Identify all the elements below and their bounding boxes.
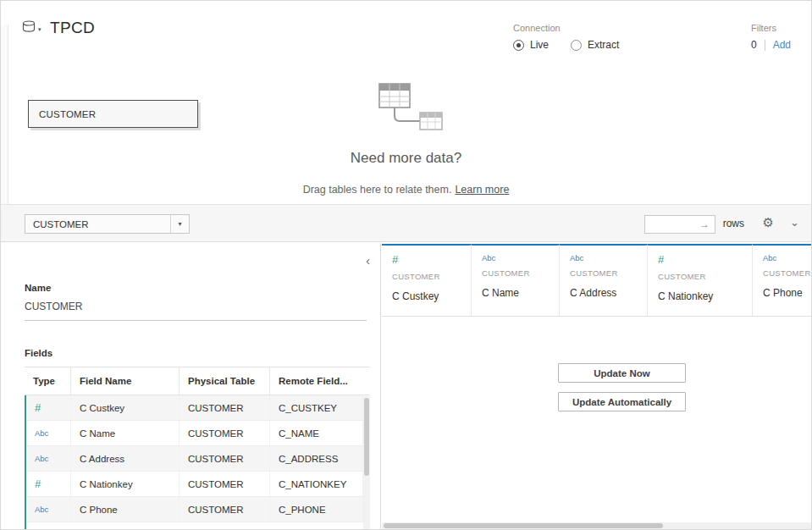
preview-column-header[interactable]: # CUSTOMER C Nationkey [648, 244, 753, 317]
column-header-field-name[interactable]: Field Name [71, 367, 180, 395]
caret-down-icon: ▾ [170, 215, 189, 233]
preview-field-label: C Phone [763, 287, 812, 299]
preview-field-label: C Name [482, 287, 559, 299]
learn-more-link[interactable]: Learn more [455, 184, 509, 196]
preview-field-label: C Custkey [392, 290, 471, 302]
fields-table-header: Type Field Name Physical Table Remote Fi… [25, 367, 370, 395]
tableau-datasource-window: ▾ TPCD Connection Live Extract Filters 0… [0, 0, 812, 530]
string-type-icon: Abc [763, 253, 812, 262]
field-row[interactable] [26, 522, 363, 530]
preview-header-row: # CUSTOMER C Custkey Abc CUSTOMER C Name… [382, 244, 812, 317]
remote-field-cell: C_CUSTKEY [270, 395, 363, 420]
preview-table-label: CUSTOMER [570, 268, 647, 278]
string-type-icon: Abc [482, 253, 559, 262]
string-type-icon: Abc [570, 253, 647, 262]
connection-section: Connection Live Extract [513, 23, 619, 51]
field-name-cell: C Address [71, 446, 180, 471]
number-type-icon: # [392, 253, 471, 266]
empty-state-subtitle: Drag tables here to relate them.Learn mo… [1, 184, 811, 196]
radio-live-label: Live [530, 39, 549, 51]
fields-label: Fields [25, 348, 52, 358]
collapsed-pane-edge [1, 25, 8, 205]
relate-tables-illustration [371, 79, 456, 141]
metadata-pane: ‹ Name CUSTOMER Fields Type Field Name P… [1, 243, 381, 530]
field-row[interactable]: Abc C Address CUSTOMER C_ADDRESS [26, 446, 363, 472]
fields-table: Type Field Name Physical Table Remote Fi… [25, 367, 370, 530]
physical-table-cell: CUSTOMER [180, 472, 270, 496]
field-row[interactable]: Abc C Name CUSTOMER C_NAME [26, 421, 363, 446]
physical-table-cell: CUSTOMER [180, 421, 270, 445]
remote-field-cell: C_PHONE [270, 497, 363, 522]
preview-column-header[interactable]: Abc CUSTOMER C Name [472, 244, 560, 317]
data-preview-pane: # CUSTOMER C Custkey Abc CUSTOMER C Name… [382, 243, 812, 524]
fields-table-body: # C Custkey CUSTOMER C_CUSTKEY Abc C Nam… [25, 395, 363, 530]
preview-column-header[interactable]: Abc CUSTOMER C Address [560, 244, 648, 317]
grid-toolbar: CUSTOMER ▾ → rows ⚙ ⌄ [1, 204, 811, 242]
database-icon[interactable]: ▾ [22, 19, 47, 35]
number-type-icon: # [658, 253, 752, 266]
preview-table-label: CUSTOMER [763, 268, 812, 278]
update-now-button[interactable]: Update Now [558, 363, 686, 383]
preview-column-header[interactable]: Abc CUSTOMER C Phone [753, 244, 812, 317]
field-name-cell: C Phone [71, 497, 180, 522]
rows-label: rows [723, 218, 744, 229]
preview-horizontal-scrollbar[interactable] [382, 522, 812, 529]
table-name-field[interactable]: CUSTOMER [25, 301, 367, 321]
field-name-cell: C Name [71, 421, 180, 445]
connection-label: Connection [513, 23, 619, 33]
datasource-title[interactable]: TPCD [50, 19, 95, 37]
caret-down-icon: ▾ [38, 26, 41, 33]
empty-state-text: Drag tables here to relate them. [303, 184, 452, 196]
empty-state-title: Need more data? [1, 150, 811, 167]
scrollbar-thumb[interactable] [384, 523, 663, 528]
row-limit-input[interactable] [645, 217, 699, 232]
go-arrow-icon: → [699, 218, 715, 230]
remote-field-cell: C_ADDRESS [270, 446, 363, 471]
preview-table-label: CUSTOMER [392, 272, 471, 281]
field-row[interactable]: # C Custkey CUSTOMER C_CUSTKEY [26, 395, 363, 421]
gear-icon[interactable]: ⚙ [763, 215, 774, 230]
filters-count: 0 [751, 39, 757, 51]
chevron-down-icon[interactable]: ⌄ [790, 216, 799, 229]
add-filter-link[interactable]: Add [773, 39, 791, 51]
table-node-customer[interactable]: CUSTOMER [28, 100, 198, 128]
radio-live[interactable]: Live [513, 39, 549, 51]
remote-field-cell: C_NATIONKEY [270, 472, 363, 496]
string-type-icon: Abc [35, 428, 48, 438]
physical-table-cell: CUSTOMER [180, 395, 270, 420]
preview-field-label: C Address [570, 287, 647, 299]
column-header-type[interactable]: Type [25, 367, 71, 395]
chevron-left-collapse-icon[interactable]: ‹ [366, 253, 370, 268]
filters-label: Filters [751, 23, 791, 33]
radio-extract-label: Extract [588, 39, 619, 51]
fields-vertical-scrollbar[interactable] [363, 396, 370, 530]
preview-table-label: CUSTOMER [658, 272, 752, 281]
preview-column-header[interactable]: # CUSTOMER C Custkey [382, 244, 472, 317]
column-header-remote-field[interactable]: Remote Field... [270, 367, 363, 395]
preview-field-label: C Nationkey [658, 290, 752, 302]
number-type-icon: # [35, 478, 41, 490]
number-type-icon: # [35, 401, 41, 414]
filters-section: Filters 0 Add [751, 23, 791, 51]
radio-extract[interactable]: Extract [571, 39, 619, 51]
name-label: Name [25, 283, 51, 293]
preview-table-label: CUSTOMER [482, 268, 559, 278]
row-limit-box[interactable]: → [644, 215, 715, 234]
update-automatically-button[interactable]: Update Automatically [558, 392, 686, 411]
string-type-icon: Abc [35, 454, 48, 463]
radio-selected-icon [513, 40, 524, 51]
field-row[interactable]: # C Nationkey CUSTOMER C_NATIONKEY [26, 472, 363, 497]
field-name-cell: C Nationkey [71, 472, 180, 496]
physical-table-cell: CUSTOMER [180, 446, 270, 471]
string-type-icon: Abc [35, 505, 48, 514]
database-cylinder-icon [22, 20, 36, 34]
table-selector-value: CUSTOMER [33, 219, 89, 229]
table-selector-dropdown[interactable]: CUSTOMER ▾ [25, 214, 190, 234]
field-row[interactable]: Abc C Phone CUSTOMER C_PHONE [26, 497, 363, 522]
scrollbar-thumb[interactable] [364, 398, 369, 476]
divider [765, 40, 765, 51]
physical-table-cell: CUSTOMER [180, 497, 270, 522]
remote-field-cell: C_NAME [270, 421, 363, 445]
column-header-physical-table[interactable]: Physical Table [180, 367, 270, 395]
field-name-cell: C Custkey [71, 395, 180, 420]
